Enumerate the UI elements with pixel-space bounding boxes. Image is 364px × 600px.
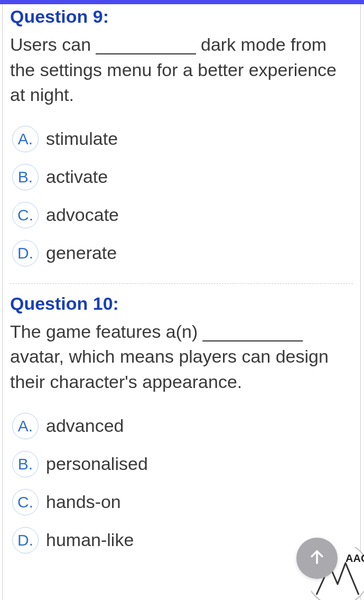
option-b[interactable]: B. activate (12, 164, 353, 190)
option-c[interactable]: C. advocate (12, 202, 353, 228)
question-title: Question 9: (10, 6, 353, 27)
question-title: Question 10: (10, 293, 353, 314)
option-letter: C. (12, 202, 39, 228)
options-list: A. stimulate B. activate C. advocate D. … (10, 126, 353, 266)
option-d[interactable]: D. generate (12, 240, 353, 266)
divider (10, 283, 353, 284)
option-a[interactable]: A. advanced (12, 413, 353, 439)
option-c[interactable]: C. hands-on (12, 489, 353, 515)
option-letter: A. (12, 126, 39, 152)
option-text: advocate (46, 205, 119, 225)
option-b[interactable]: B. personalised (12, 451, 353, 477)
top-accent-bar (0, 0, 364, 4)
page-content: Question 9: Users can __________ dark mo… (2, 4, 361, 600)
option-letter: D. (12, 527, 39, 553)
option-a[interactable]: A. stimulate (12, 126, 353, 152)
option-letter: C. (12, 489, 39, 515)
option-text: activate (46, 167, 108, 187)
options-list: A. advanced B. personalised C. hands-on … (10, 413, 353, 553)
arrow-up-icon (308, 548, 326, 568)
option-text: personalised (46, 454, 148, 474)
option-text: generate (46, 243, 117, 263)
question-text: Users can __________ dark mode from the … (10, 32, 353, 108)
question-text: The game features a(n) __________ avatar… (10, 319, 353, 395)
option-text: hands-on (46, 492, 121, 512)
question-block: Question 10: The game features a(n) ____… (10, 293, 353, 563)
option-text: stimulate (46, 128, 118, 149)
option-text: advanced (46, 416, 124, 436)
option-text: human-like (46, 530, 134, 550)
question-block: Question 9: Users can __________ dark mo… (10, 6, 353, 276)
option-letter: A. (12, 413, 39, 439)
option-letter: B. (12, 451, 39, 477)
option-letter: D. (12, 240, 39, 266)
scroll-to-top-button[interactable] (296, 538, 338, 579)
option-letter: B. (12, 164, 39, 190)
